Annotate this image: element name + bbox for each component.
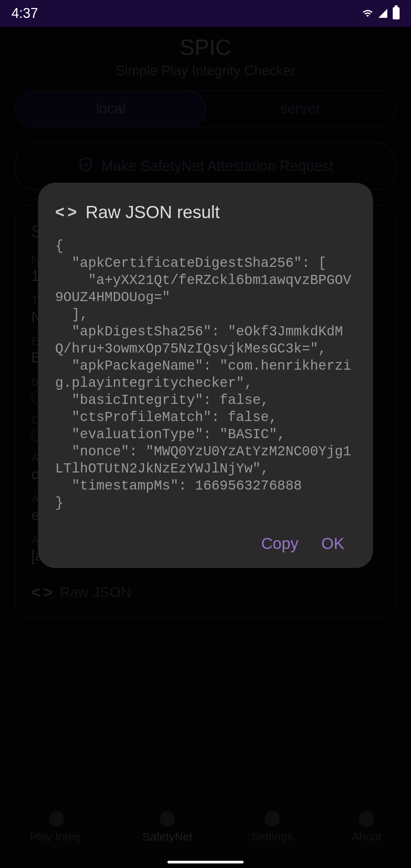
status-icons [362, 7, 400, 19]
wifi-icon [362, 8, 373, 19]
ok-button[interactable]: OK [321, 535, 344, 553]
dialog-actions: Copy OK [55, 535, 356, 553]
battery-icon [393, 7, 400, 19]
status-bar: 4:37 [0, 0, 411, 27]
signal-icon [378, 8, 388, 19]
home-indicator[interactable] [167, 861, 244, 863]
dialog-title: Raw JSON result [86, 202, 220, 222]
copy-button[interactable]: Copy [261, 535, 298, 553]
json-content: { "apkCertificateDigestSha256": [ "a+yXX… [55, 238, 356, 512]
status-time: 4:37 [11, 5, 38, 21]
dialog-header: < > Raw JSON result [55, 202, 356, 222]
raw-json-dialog: < > Raw JSON result { "apkCertificateDig… [38, 183, 373, 568]
code-icon: < > [55, 203, 76, 221]
